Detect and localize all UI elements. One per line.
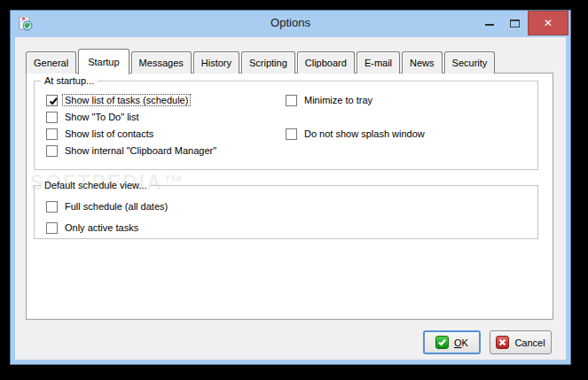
check-icon <box>47 95 60 108</box>
checkbox-box <box>46 145 58 157</box>
checkbox-show-todo-list[interactable]: Show "To Do" list <box>46 111 141 123</box>
tab-strip: General Startup Messages History Scripti… <box>26 50 497 74</box>
tab-messages[interactable]: Messages <box>131 51 192 74</box>
dialog-client: General Startup Messages History Scripti… <box>15 37 566 360</box>
options-dialog: Options ✕ General Startup Messages Histo… <box>10 10 571 365</box>
maximize-button[interactable] <box>502 11 528 35</box>
tab-news[interactable]: News <box>402 51 443 74</box>
checkbox-label: Show internal "Clipboard Manager" <box>63 145 218 156</box>
checkbox-label: Do not show splash window <box>302 128 427 139</box>
checkbox-label: Show "To Do" list <box>63 112 141 122</box>
checkbox-box <box>286 128 297 140</box>
ok-check-icon <box>435 336 449 349</box>
cancel-x-icon <box>496 336 509 349</box>
checkbox-label: Show list of tasks (schedule) <box>63 95 190 105</box>
checkbox-show-list-of-contacts[interactable]: Show list of contacts <box>46 128 155 140</box>
checkbox-label: Full schedule (all dates) <box>63 201 169 212</box>
caption-buttons: ✕ <box>476 11 568 35</box>
maximize-icon <box>510 19 520 27</box>
checkbox-box <box>46 128 58 140</box>
tab-scripting[interactable]: Scripting <box>241 51 295 74</box>
cancel-button-label: Cancel <box>514 337 545 348</box>
checkbox-box <box>46 95 58 106</box>
close-icon: ✕ <box>544 17 553 29</box>
cancel-button[interactable]: Cancel <box>490 330 552 354</box>
tab-page-startup: At startup... Show list of tasks (schedu… <box>26 73 553 320</box>
tab-clipboard[interactable]: Clipboard <box>297 51 355 74</box>
checkbox-minimize-to-tray[interactable]: Minimize to tray <box>286 94 374 106</box>
desktop-background: { "window": { "title": "Options", "close… <box>0 0 588 380</box>
close-button[interactable]: ✕ <box>528 11 568 35</box>
checkbox-no-splash-window[interactable]: Do not show splash window <box>286 128 427 140</box>
minimize-button[interactable] <box>476 11 502 35</box>
titlebar[interactable]: Options ✕ <box>11 11 570 37</box>
minimize-icon <box>485 24 494 26</box>
ok-button[interactable]: OK <box>423 330 481 354</box>
checkbox-full-schedule[interactable]: Full schedule (all dates) <box>46 200 169 213</box>
checkbox-show-clipboard-manager[interactable]: Show internal "Clipboard Manager" <box>46 144 218 157</box>
group-default-schedule-view: Default schedule view... Full schedule (… <box>34 185 538 239</box>
checkbox-label: Minimize to tray <box>302 95 374 105</box>
checkbox-label: Only active tasks <box>63 222 140 233</box>
checkbox-only-active-tasks[interactable]: Only active tasks <box>46 221 140 234</box>
checkbox-show-list-of-tasks[interactable]: Show list of tasks (schedule) <box>46 94 190 106</box>
ok-button-label: OK <box>454 337 468 348</box>
tab-startup[interactable]: Startup <box>78 49 129 74</box>
tab-email[interactable]: E-mail <box>357 51 400 74</box>
group-at-startup: At startup... Show list of tasks (schedu… <box>34 81 538 170</box>
checkbox-label: Show list of contacts <box>63 128 155 139</box>
tab-security[interactable]: Security <box>444 51 496 74</box>
checkbox-box <box>286 95 297 106</box>
group-default-schedule-legend: Default schedule view... <box>41 180 151 190</box>
checkbox-box <box>46 201 58 213</box>
group-at-startup-legend: At startup... <box>41 75 98 86</box>
tab-general[interactable]: General <box>26 51 76 74</box>
checkbox-box <box>46 222 58 234</box>
tab-history[interactable]: History <box>193 51 239 74</box>
checkbox-box <box>46 112 58 123</box>
